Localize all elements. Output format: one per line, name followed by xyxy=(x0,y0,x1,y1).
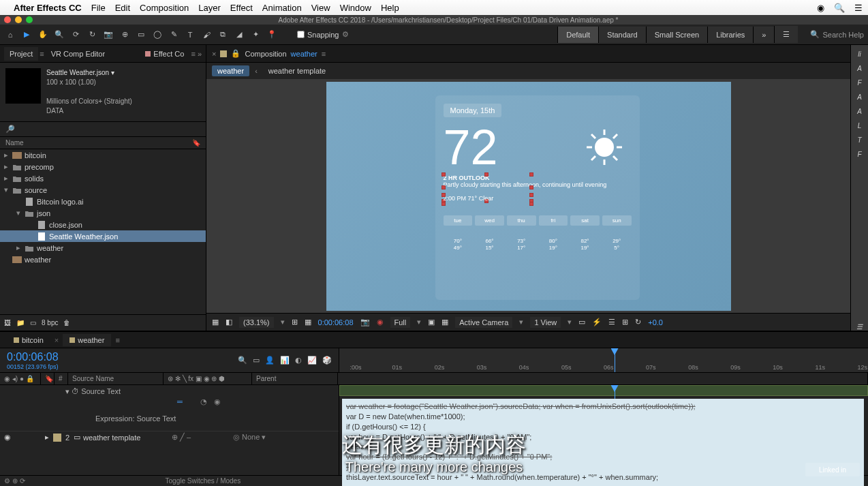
timeline-layers[interactable]: ▾ ⏱ Source Text ═ ◔◉ Expression: Source … xyxy=(0,385,339,475)
project-tree[interactable]: ▸bitcoin ▸precomp ▸solids ▾source Bitcoi… xyxy=(0,149,206,314)
panel-tab-l[interactable]: L xyxy=(858,122,862,130)
asset-name[interactable]: Seattle Weather.json ▾ xyxy=(46,68,132,78)
reset-exposure-icon[interactable]: ↻ xyxy=(635,318,641,326)
views-dropdown[interactable]: 1 View xyxy=(530,317,561,328)
tree-item-solids[interactable]: ▸solids xyxy=(0,172,206,184)
eraser-tool-icon[interactable]: ◢ xyxy=(233,29,245,41)
col-source-name[interactable]: Source Name xyxy=(68,373,164,384)
timeline-options-icon[interactable]: ⚙ ⊕ ⟳ xyxy=(0,477,29,485)
snapping-toggle[interactable]: Snapping ⚙ xyxy=(297,30,349,39)
lock-icon[interactable]: 🔒 xyxy=(231,49,241,58)
new-comp-icon[interactable]: ▭ xyxy=(30,319,36,326)
home-icon[interactable]: ⌂ xyxy=(4,29,16,41)
panel-tab-a1[interactable]: A xyxy=(857,65,862,72)
tree-item-close-json[interactable]: close.json xyxy=(0,219,206,230)
expr-enable-icon[interactable]: ═ xyxy=(177,397,183,406)
app-name[interactable]: After Effects CC xyxy=(14,3,82,13)
trash-icon[interactable]: 🗑 xyxy=(63,319,70,326)
tree-item-bitcoin-logo[interactable]: Bitcoin logo.ai xyxy=(0,196,206,207)
menu-edit[interactable]: Edit xyxy=(115,3,130,13)
draft-3d-icon[interactable]: 🎲 xyxy=(322,356,332,365)
new-folder-icon[interactable]: 📁 xyxy=(16,319,25,326)
menu-composition[interactable]: Composition xyxy=(140,3,189,13)
snapping-checkbox[interactable] xyxy=(297,31,305,38)
menu-help[interactable]: Help xyxy=(381,3,399,13)
workspace-default[interactable]: Default xyxy=(557,27,598,43)
tab-effect-controls[interactable]: Effect Co xyxy=(140,47,189,61)
clone-tool-icon[interactable]: ⧉ xyxy=(217,29,229,41)
tree-item-weather-comp[interactable]: weather xyxy=(0,254,206,265)
comp-mini-icon[interactable]: ▭ xyxy=(253,356,260,365)
project-search-input[interactable] xyxy=(15,125,200,134)
roi-icon[interactable]: ▣ xyxy=(428,318,435,326)
panel-tab-a2[interactable]: A xyxy=(857,93,862,101)
layer-weather-template[interactable]: ◉ ▸ 2 ▭ weather template ⊕ ╱ – ◎ None ▾ xyxy=(0,431,339,443)
ellipse-tool-icon[interactable]: ◯ xyxy=(151,29,164,41)
panel-tab-f1[interactable]: F xyxy=(857,79,861,87)
menu-file[interactable]: File xyxy=(91,3,106,13)
expr-pickwhip-icon[interactable]: ◉ xyxy=(214,397,221,406)
pen-tool-icon[interactable]: ✎ xyxy=(168,29,180,41)
bpc-label[interactable]: 8 bpc xyxy=(42,319,58,326)
col-type-icon[interactable]: 🔖 xyxy=(192,139,200,147)
timeline-tab-bitcoin[interactable]: bitcoin xyxy=(7,334,50,346)
cc-icon[interactable]: ◉ xyxy=(817,3,824,13)
breadcrumb-weather-template[interactable]: weather template xyxy=(263,65,331,76)
layer-bar[interactable] xyxy=(339,385,868,396)
puppet-tool-icon[interactable]: 📍 xyxy=(266,29,278,41)
composition-viewer[interactable]: Monday, 15th 72 2 HR OUTLOOK Partly clou… xyxy=(206,79,850,313)
tree-item-weather-folder[interactable]: ▸weather xyxy=(0,242,206,254)
tree-item-source[interactable]: ▾source xyxy=(0,184,206,196)
camera-dropdown[interactable]: Active Camera xyxy=(455,317,512,328)
toggle-switches[interactable]: Toggle Switches / Modes xyxy=(166,477,241,485)
panel-menu-icon[interactable]: ☰ xyxy=(856,323,863,331)
grid-icon[interactable]: ▦ xyxy=(305,318,311,326)
tab-project[interactable]: Project xyxy=(4,47,38,61)
prop-source-text[interactable]: Source Text xyxy=(81,387,121,395)
panel-tab-li[interactable]: li xyxy=(858,50,861,58)
tree-item-bitcoin-comp[interactable]: ▸bitcoin xyxy=(0,149,206,161)
breadcrumb-weather[interactable]: weather xyxy=(212,65,249,76)
comp-canvas[interactable]: Monday, 15th 72 2 HR OUTLOOK Partly clou… xyxy=(326,82,731,311)
tree-item-seattle-weather[interactable]: Seattle Weather.json xyxy=(0,230,206,242)
search-layers-icon[interactable]: 🔍 xyxy=(238,356,247,365)
workspace-menu-icon[interactable]: ☰ xyxy=(774,26,798,43)
anchor-tool-icon[interactable]: ⊕ xyxy=(119,29,131,41)
menu-effect[interactable]: Effect xyxy=(230,3,253,13)
close-tab-icon[interactable]: × xyxy=(212,50,216,58)
exposure-value[interactable]: +0.0 xyxy=(648,318,663,326)
orbit-tool-icon[interactable]: ⟳ xyxy=(69,29,82,41)
tree-item-json-folder[interactable]: ▾json xyxy=(0,207,206,219)
channel-icon[interactable]: ◉ xyxy=(377,318,384,326)
snapping-options-icon[interactable]: ⚙ xyxy=(342,30,349,39)
expr-graph-icon[interactable]: ◔ xyxy=(200,397,207,406)
search-help[interactable]: 🔍 Search Help xyxy=(810,30,864,39)
camera-tool-icon[interactable]: 📷 xyxy=(102,29,114,41)
shy-icon[interactable]: 👤 xyxy=(265,356,275,365)
col-name[interactable]: Name xyxy=(5,139,24,147)
rotate-tool-icon[interactable]: ↻ xyxy=(86,29,98,41)
menu-window[interactable]: Window xyxy=(340,3,371,13)
hand-tool-icon[interactable]: ✋ xyxy=(37,29,49,41)
project-search[interactable]: 🔎 xyxy=(0,121,206,137)
col-parent[interactable]: Parent xyxy=(252,373,338,384)
timeline-tracks[interactable]: var weather = footage("Seattle Weather.j… xyxy=(339,385,868,475)
spotlight-icon[interactable]: 🔍 xyxy=(834,3,845,13)
zoom-tool-icon[interactable]: 🔍 xyxy=(53,29,65,41)
workspace-more-icon[interactable]: » xyxy=(753,27,774,43)
panel-tab-a3[interactable]: A xyxy=(857,108,862,115)
fast-preview-icon[interactable]: ⚡ xyxy=(592,318,602,326)
expression-editor[interactable]: var weather = footage("Seattle Weather.j… xyxy=(342,399,864,486)
panel-tab-t[interactable]: T xyxy=(857,136,861,144)
snapshot-icon[interactable]: 📷 xyxy=(360,318,370,326)
menu-layer[interactable]: Layer xyxy=(198,3,221,13)
interpret-icon[interactable]: 🖼 xyxy=(4,319,11,326)
flowchart-icon[interactable]: ⊞ xyxy=(622,318,628,326)
text-tool-icon[interactable]: T xyxy=(184,29,196,41)
mask-icon[interactable]: ◧ xyxy=(226,318,232,326)
panel-tab-f2[interactable]: F xyxy=(857,151,861,158)
zoom-dropdown[interactable]: (33.1%) xyxy=(239,317,274,328)
motion-blur-icon[interactable]: ◐ xyxy=(295,356,302,365)
comp-name[interactable]: weather xyxy=(291,50,317,58)
graph-editor-icon[interactable]: 📈 xyxy=(307,356,317,365)
